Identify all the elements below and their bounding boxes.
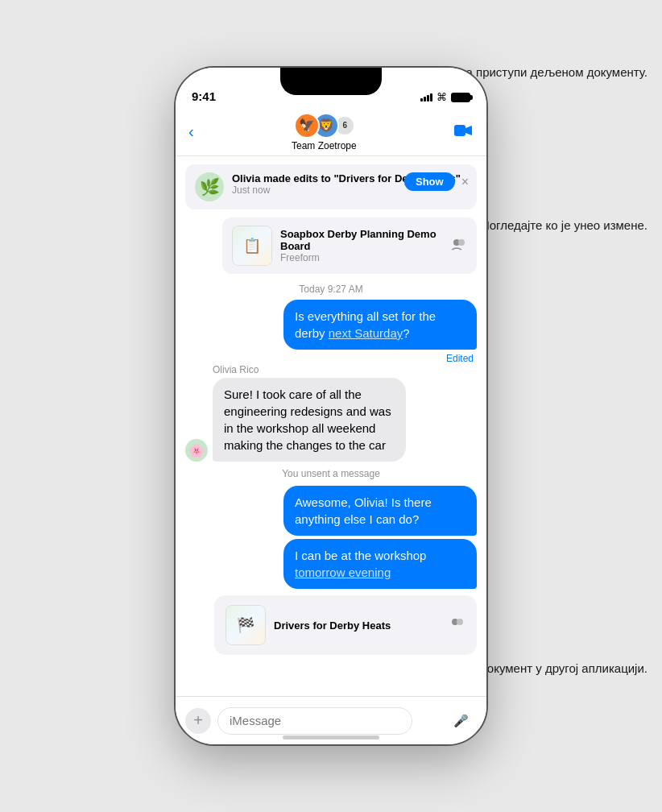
header-center: 🦅 🦁 6 Team Zoetrope: [292, 113, 357, 151]
edit-banner-actions: Show ×: [404, 172, 469, 191]
doc-title: Soapbox Derby Planning Demo Board: [280, 228, 443, 252]
message-row-received-1: 🌸 Sure! I took care of all the engineeri…: [185, 378, 477, 462]
nav-header: ‹ 🦅 🦁 6 Team Zoetrope: [176, 108, 486, 156]
facetime-button[interactable]: [454, 122, 474, 143]
plus-button[interactable]: +: [185, 708, 211, 734]
back-chevron-icon: ‹: [188, 122, 194, 141]
status-icons: ⌘: [420, 91, 470, 103]
edited-label: Edited: [185, 353, 474, 364]
svg-point-4: [457, 619, 463, 625]
phone-frame: 9:41 ⌘ ‹ 🦅 🦁 6: [174, 66, 488, 746]
chat-area[interactable]: 🌿 Olivia made edits to "Drivers for Derb…: [176, 156, 486, 696]
page-wrapper: Свако из групе може да приступи дељеном …: [0, 0, 662, 812]
unsent-notice: You unsent a message: [185, 468, 477, 479]
bottom-doc-card[interactable]: 🏁 Drivers for Derby Heats: [214, 595, 477, 655]
bottom-doc-info: Drivers for Derby Heats: [274, 619, 441, 632]
timestamp-today: Today 9:27 AM: [185, 284, 477, 295]
bottom-doc-thumbnail-inner: 🏁: [226, 606, 265, 644]
doc-thumbnail-inner: 📋: [233, 226, 271, 265]
edit-banner: 🌿 Olivia made edits to "Drivers for Derb…: [185, 164, 477, 209]
input-wrapper: 🎤: [217, 707, 477, 735]
back-button[interactable]: ‹: [188, 122, 194, 141]
bubble-received-1: Sure! I took care of all the engineering…: [213, 378, 406, 462]
doc-subtitle: Freeform: [280, 252, 443, 263]
svg-rect-0: [454, 125, 465, 136]
doc-info: Soapbox Derby Planning Demo Board Freefo…: [280, 228, 443, 263]
received-avatar-1: 🌸: [185, 439, 208, 462]
message-input[interactable]: [217, 707, 412, 735]
home-indicator: [283, 735, 379, 740]
show-button[interactable]: Show: [404, 172, 455, 191]
status-time: 9:41: [192, 89, 216, 103]
wifi-icon: ⌘: [437, 91, 447, 103]
bubble-sent-1: Is everything all set for the derby next…: [283, 300, 477, 350]
battery-icon: [451, 93, 470, 102]
avatar-group: 🦅 🦁 6: [294, 113, 354, 139]
svg-point-2: [458, 239, 465, 246]
bottom-doc-thumbnail: 🏁: [225, 605, 266, 645]
edit-banner-avatar: 🌿: [195, 172, 224, 201]
doc-thumbnail: 📋: [232, 226, 272, 266]
bubble-sent-3: I can be at the workshop tomorrow evenin…: [283, 539, 477, 589]
mic-icon: 🎤: [453, 714, 469, 728]
bottom-doc-collab-icon: [449, 617, 465, 634]
freeform-doc-card[interactable]: 📋 Soapbox Derby Planning Demo Board Free…: [222, 218, 477, 274]
message-row-sent-3: I can be at the workshop tomorrow evenin…: [185, 539, 477, 589]
bottom-doc-title: Drivers for Derby Heats: [274, 619, 441, 632]
bubble-sent-2: Awesome, Olivia! Is there anything else …: [283, 486, 477, 536]
message-row-sent-2: Awesome, Olivia! Is there anything else …: [185, 486, 477, 536]
annotation-2: Погледајте ко је унео измене.: [481, 218, 648, 234]
sender-name-olivia: Olivia Rico: [213, 364, 477, 375]
signal-bars: [420, 93, 432, 102]
group-name: Team Zoetrope: [292, 140, 357, 151]
notch: [280, 68, 382, 95]
avatar-1: 🦅: [294, 113, 320, 139]
message-row-sent-1: Is everything all set for the derby next…: [185, 300, 477, 350]
doc-collab-icon: [451, 238, 467, 255]
close-button[interactable]: ×: [461, 175, 469, 189]
